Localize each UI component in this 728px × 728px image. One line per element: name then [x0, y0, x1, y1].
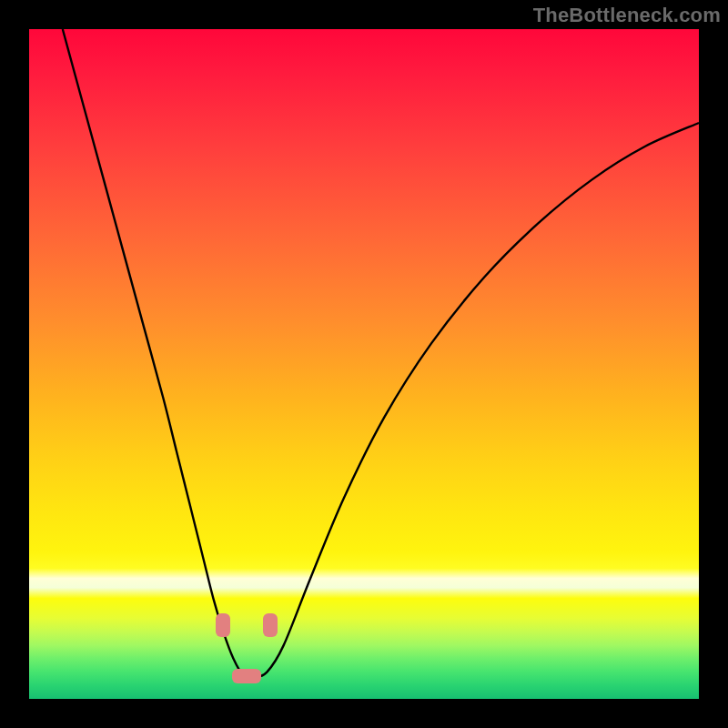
- plot-area: [29, 29, 699, 699]
- marker-right: [263, 613, 278, 637]
- bottleneck-curve: [63, 29, 699, 678]
- chart-frame: TheBottleneck.com: [0, 0, 728, 728]
- watermark-text: TheBottleneck.com: [533, 4, 721, 27]
- marker-bottom: [232, 669, 261, 683]
- marker-left: [216, 613, 230, 637]
- curve-layer: [29, 29, 699, 699]
